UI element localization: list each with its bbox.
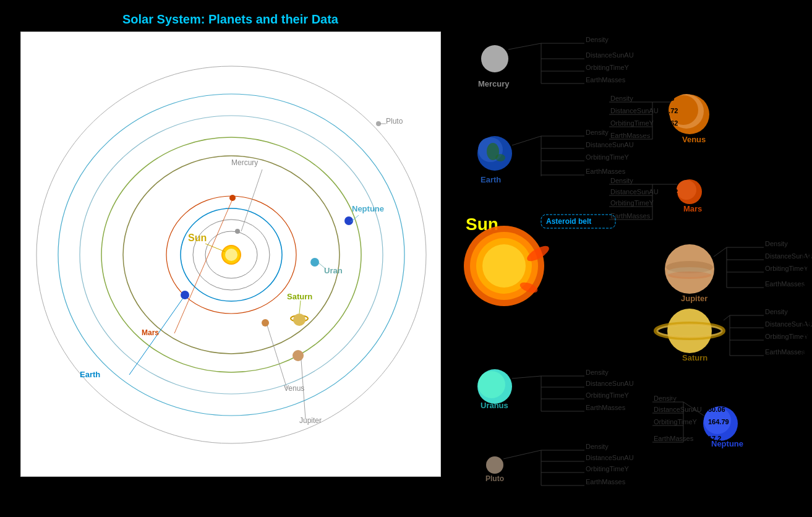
svg-text:0.82: 0.82 xyxy=(665,132,678,139)
svg-text:1.3: 1.3 xyxy=(802,240,811,247)
svg-text:Mars: Mars xyxy=(142,328,159,337)
svg-text:5.3: 5.3 xyxy=(665,95,674,102)
svg-text:0.72: 0.72 xyxy=(665,107,678,114)
svg-text:Uran: Uran xyxy=(324,266,343,275)
svg-point-160 xyxy=(478,371,505,398)
svg-text:Mercury: Mercury xyxy=(231,158,258,167)
svg-text:OrbitingTimeY: OrbitingTimeY xyxy=(586,153,630,161)
svg-text:30.06: 30.06 xyxy=(708,406,725,413)
svg-point-122 xyxy=(665,244,714,294)
svg-text:Jupiter: Jupiter xyxy=(681,294,707,303)
diagram-svg: Sun Mercury Venus Earth Mars xyxy=(21,32,441,477)
svg-point-59 xyxy=(670,95,709,134)
svg-point-60 xyxy=(669,94,704,129)
right-panel: Mercury Density 5.4 DistanceSunAU 0.39 O… xyxy=(461,0,812,517)
svg-point-21 xyxy=(181,291,189,299)
svg-text:Density: Density xyxy=(610,177,633,184)
svg-point-123 xyxy=(666,261,713,273)
svg-point-18 xyxy=(262,319,269,327)
svg-line-145 xyxy=(724,315,730,320)
svg-point-97 xyxy=(677,180,696,200)
svg-point-77 xyxy=(477,136,512,171)
svg-point-118 xyxy=(525,243,552,264)
svg-point-116 xyxy=(476,238,532,294)
svg-text:DistanceSunAU: DistanceSunAU xyxy=(610,188,659,195)
svg-text:Venus: Venus xyxy=(682,135,706,144)
svg-point-119 xyxy=(519,280,539,294)
svg-point-43 xyxy=(481,45,508,72)
svg-line-127 xyxy=(714,247,727,257)
svg-line-45 xyxy=(508,43,541,49)
svg-text:Density: Density xyxy=(586,129,609,136)
svg-text:Density: Density xyxy=(586,443,609,450)
svg-text:Density: Density xyxy=(586,36,609,43)
svg-text:3.9: 3.9 xyxy=(665,177,674,184)
svg-text:EarthMasses: EarthMasses xyxy=(586,404,626,411)
svg-text:EarthMasses: EarthMasses xyxy=(765,348,805,356)
svg-text:Neptune: Neptune xyxy=(352,204,384,213)
svg-text:OrbitingTimeY: OrbitingTimeY xyxy=(586,465,630,472)
svg-text:5.5: 5.5 xyxy=(640,129,649,136)
svg-text:DistanceSunAU: DistanceSunAU xyxy=(586,141,634,148)
svg-text:17.2: 17.2 xyxy=(708,435,721,442)
svg-text:0.7: 0.7 xyxy=(802,308,811,315)
svg-text:Mercury: Mercury xyxy=(478,79,510,88)
svg-text:OrbitingTimeY: OrbitingTimeY xyxy=(610,199,654,207)
svg-rect-120 xyxy=(541,215,615,228)
svg-point-117 xyxy=(482,244,526,288)
svg-text:14.5: 14.5 xyxy=(640,404,653,411)
svg-text:19.18: 19.18 xyxy=(640,380,657,387)
svg-text:Mars: Mars xyxy=(683,204,702,213)
svg-text:EarthMasses: EarthMasses xyxy=(765,280,805,288)
svg-text:Density: Density xyxy=(610,95,633,102)
svg-text:Pluto: Pluto xyxy=(386,117,403,126)
svg-point-124 xyxy=(667,267,712,277)
svg-text:EarthMasses: EarthMasses xyxy=(610,212,651,220)
svg-text:Saturn: Saturn xyxy=(682,353,707,362)
main-container: Solar System: Planets and their Data xyxy=(0,0,812,517)
svg-text:DistanceSunAU: DistanceSunAU xyxy=(765,252,812,260)
solar-diagram: Sun Mercury Venus Earth Mars xyxy=(20,32,441,477)
svg-text:Neptune: Neptune xyxy=(711,439,743,448)
svg-point-115 xyxy=(470,232,538,300)
svg-point-78 xyxy=(478,137,503,162)
svg-text:Venus: Venus xyxy=(284,384,304,393)
svg-point-31 xyxy=(293,314,306,326)
svg-text:DistanceSunAU: DistanceSunAU xyxy=(765,320,812,328)
svg-text:1: 1 xyxy=(640,153,644,161)
svg-line-195 xyxy=(503,450,541,459)
svg-point-114 xyxy=(464,226,544,306)
svg-text:Density: Density xyxy=(765,308,788,315)
svg-text:Sun: Sun xyxy=(466,215,498,234)
svg-line-162 xyxy=(512,376,541,378)
svg-text:1: 1 xyxy=(640,168,644,175)
svg-text:1.52: 1.52 xyxy=(665,188,678,195)
svg-text:0.24: 0.24 xyxy=(640,64,654,71)
svg-text:1.88: 1.88 xyxy=(665,199,678,207)
svg-point-15 xyxy=(235,229,240,234)
left-panel: Solar System: Planets and their Data xyxy=(0,0,461,517)
svg-text:95.1: 95.1 xyxy=(802,348,812,356)
svg-point-12 xyxy=(225,249,237,261)
svg-text:Jupiter: Jupiter xyxy=(299,416,322,425)
svg-point-177 xyxy=(704,407,731,434)
svg-text:Saturn: Saturn xyxy=(287,292,312,301)
svg-text:0.62: 0.62 xyxy=(665,119,678,127)
svg-text:317.8: 317.8 xyxy=(802,280,812,288)
svg-text:9.54: 9.54 xyxy=(802,320,812,328)
svg-text:OrbitingTimeY: OrbitingTimeY xyxy=(654,418,698,425)
svg-point-80 xyxy=(495,154,505,161)
svg-text:OrbitingTimeY: OrbitingTimeY xyxy=(586,391,630,399)
svg-text:Uranus: Uranus xyxy=(481,401,508,410)
svg-point-176 xyxy=(703,406,738,441)
svg-text:39.88: 39.88 xyxy=(640,454,657,461)
svg-text:Density: Density xyxy=(654,395,677,402)
svg-line-179 xyxy=(683,402,704,416)
svg-text:5.2: 5.2 xyxy=(802,252,811,260)
svg-point-141 xyxy=(667,309,712,353)
svg-text:0.11: 0.11 xyxy=(665,212,678,220)
svg-text:0.004: 0.004 xyxy=(640,478,657,485)
svg-point-27 xyxy=(293,350,304,361)
svg-text:11.86: 11.86 xyxy=(802,265,812,272)
svg-text:1.99: 1.99 xyxy=(640,443,653,450)
